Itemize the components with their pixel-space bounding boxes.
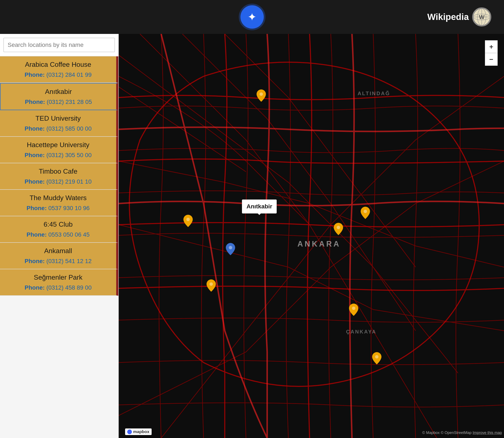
sidebar: Arabica Coffee House Phone: (0312) 284 0… xyxy=(0,34,119,438)
svg-point-8 xyxy=(186,218,190,221)
svg-point-13 xyxy=(352,307,355,310)
location-phone: Phone: (0312) 284 01 99 xyxy=(5,71,111,78)
header: ✦ Wikipedia W xyxy=(0,0,504,34)
phone-number: (0312) 284 01 99 xyxy=(46,71,92,78)
locations-list: Arabica Coffee House Phone: (0312) 284 0… xyxy=(0,56,118,296)
map-marker[interactable] xyxy=(226,243,235,256)
location-card[interactable]: Hacettepe University Phone: (0312) 305 5… xyxy=(0,137,118,163)
location-card[interactable]: Anıtkabir Phone: (0312) 231 28 05 xyxy=(0,83,118,110)
phone-label: Phone: xyxy=(25,152,45,158)
map-container[interactable]: ANKARA ALTINDAĞ ÇANKAYA xyxy=(119,34,504,438)
phone-number: (0312) 458 89 00 xyxy=(46,284,92,291)
location-card[interactable]: TED University Phone: (0312) 585 00 00 xyxy=(0,110,118,137)
mapbox-logo: mapbox xyxy=(125,428,152,435)
svg-point-10 xyxy=(337,226,340,229)
phone-label: Phone: xyxy=(26,231,47,238)
location-name: Seğmenler Park xyxy=(5,274,111,281)
search-container xyxy=(0,34,118,56)
phone-label: Phone: xyxy=(25,258,45,264)
location-name: Anıtkabir xyxy=(6,88,111,96)
wikipedia-label: Wikipedia xyxy=(427,12,469,22)
phone-number: (0312) 585 00 00 xyxy=(46,125,92,132)
location-name: Hacettepe University xyxy=(5,141,111,149)
svg-point-14 xyxy=(375,355,378,359)
app-logo: ✦ xyxy=(241,5,264,29)
phone-number: (0312) 219 01 10 xyxy=(46,178,92,185)
map-marker[interactable] xyxy=(361,207,370,220)
phone-label: Phone: xyxy=(25,71,45,78)
phone-number: (0312) 305 50 00 xyxy=(46,152,92,158)
location-phone: Phone: (0312) 219 01 10 xyxy=(5,178,111,185)
improve-map-link[interactable]: Improve this map xyxy=(473,431,502,435)
svg-point-11 xyxy=(364,210,367,213)
location-phone: Phone: (0312) 458 89 00 xyxy=(5,284,111,291)
location-card[interactable]: Seğmenler Park Phone: (0312) 458 89 00 xyxy=(0,269,118,296)
location-card[interactable]: 6:45 Club Phone: 0553 050 06 45 xyxy=(0,216,118,243)
phone-number: 0537 930 10 96 xyxy=(48,205,90,211)
wikipedia-globe-icon: W xyxy=(472,7,491,26)
map-marker[interactable] xyxy=(257,89,266,103)
location-phone: Phone: (0312) 541 12 12 xyxy=(5,258,111,264)
map-marker[interactable] xyxy=(183,215,193,228)
location-name: 6:45 Club xyxy=(5,220,111,228)
phone-label: Phone: xyxy=(25,99,45,105)
search-input[interactable] xyxy=(3,38,115,52)
location-name: Arabica Coffee House xyxy=(5,61,111,68)
location-card[interactable]: Timboo Cafe Phone: (0312) 219 01 10 xyxy=(0,163,118,190)
zoom-out-button[interactable]: − xyxy=(485,53,498,66)
map-controls: + − xyxy=(485,40,498,66)
location-phone: Phone: (0312) 231 28 05 xyxy=(6,99,111,105)
map-background xyxy=(119,34,504,438)
logo-icon: ✦ xyxy=(247,11,257,23)
location-phone: Phone: (0312) 305 50 00 xyxy=(5,152,111,159)
map-marker[interactable] xyxy=(349,304,358,317)
location-card[interactable]: Arabica Coffee House Phone: (0312) 284 0… xyxy=(0,56,118,83)
zoom-in-button[interactable]: + xyxy=(485,40,498,53)
location-popup: Anıtkabir xyxy=(242,199,276,213)
phone-label: Phone: xyxy=(26,205,47,211)
phone-number: (0312) 231 28 05 xyxy=(47,99,92,105)
location-name: The Muddy Waters xyxy=(5,194,111,202)
phone-label: Phone: xyxy=(25,125,45,132)
logo-circle: ✦ xyxy=(241,5,264,29)
phone-label: Phone: xyxy=(25,178,45,185)
osm-attribution: © Mapbox © OpenStreetMap Improve this ma… xyxy=(422,431,502,435)
phone-number: 0553 050 06 45 xyxy=(48,231,90,238)
location-card[interactable]: Ankamall Phone: (0312) 541 12 12 xyxy=(0,243,118,269)
location-card[interactable]: The Muddy Waters Phone: 0537 930 10 96 xyxy=(0,190,118,216)
location-name: TED University xyxy=(5,114,111,122)
main-layout: Arabica Coffee House Phone: (0312) 284 0… xyxy=(0,34,504,438)
svg-text:W: W xyxy=(479,14,485,20)
map-marker[interactable] xyxy=(207,279,216,293)
map-marker[interactable] xyxy=(372,352,382,365)
phone-number: (0312) 541 12 12 xyxy=(46,258,92,264)
location-phone: Phone: (0312) 585 00 00 xyxy=(5,125,111,132)
phone-label: Phone: xyxy=(25,284,45,291)
location-phone: Phone: 0553 050 06 45 xyxy=(5,231,111,238)
svg-point-7 xyxy=(260,92,263,96)
map-marker[interactable] xyxy=(334,223,343,236)
wikipedia-link[interactable]: Wikipedia W xyxy=(427,7,491,26)
location-phone: Phone: 0537 930 10 96 xyxy=(5,205,111,212)
mapbox-attribution: mapbox xyxy=(125,428,152,435)
svg-point-9 xyxy=(229,246,232,249)
svg-point-12 xyxy=(209,282,213,286)
location-name: Ankamall xyxy=(5,247,111,255)
mapbox-logo-icon xyxy=(127,429,132,434)
location-name: Timboo Cafe xyxy=(5,167,111,175)
mapbox-text: mapbox xyxy=(133,429,150,434)
